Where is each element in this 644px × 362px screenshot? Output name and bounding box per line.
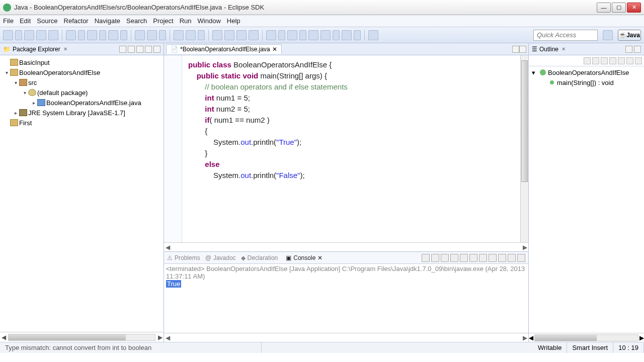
debug-button[interactable] <box>66 30 76 40</box>
open-type-button[interactable] <box>174 30 184 40</box>
hide-nonpublic-button[interactable] <box>609 57 616 64</box>
editor-body[interactable]: public class BooleanOperatorsAndIfElse {… <box>164 55 528 242</box>
view-menu-button[interactable] <box>635 57 642 64</box>
display-console-button[interactable] <box>489 254 497 262</box>
remove-launch-button[interactable] <box>431 254 439 262</box>
scroll-right-icon[interactable]: ▶ <box>521 334 528 341</box>
close-editor-icon[interactable]: ✕ <box>272 46 277 53</box>
tree-twist-icon[interactable]: ▾ <box>3 70 10 75</box>
new-dropdown-icon[interactable] <box>15 30 22 40</box>
scroll-left-icon[interactable]: ◀ <box>164 334 171 341</box>
prev-annotation-dropdown-icon[interactable] <box>299 30 306 40</box>
menu-help[interactable]: Help <box>227 17 240 25</box>
view-menu-button[interactable] <box>136 46 143 53</box>
run-button[interactable] <box>87 30 97 40</box>
scroll-thumb[interactable] <box>9 334 126 340</box>
outline-item[interactable]: main(String[]) : void <box>531 77 642 87</box>
package-explorer-tab[interactable]: 📁 Package Explorer ✕ <box>0 43 164 55</box>
close-button[interactable]: ✕ <box>627 3 641 13</box>
tree-twist-icon[interactable]: ▸ <box>12 110 19 116</box>
tab-javadoc[interactable]: @Javadoc <box>205 254 236 261</box>
menu-run[interactable]: Run <box>180 17 192 25</box>
tree-twist-icon[interactable]: ▾ <box>21 90 28 96</box>
menu-edit[interactable]: Edit <box>20 17 31 25</box>
debug-dropdown-icon[interactable] <box>78 30 85 40</box>
hide-static-button[interactable] <box>601 57 608 64</box>
scroll-left-icon[interactable]: ◀ <box>0 334 7 341</box>
menu-window[interactable]: Window <box>198 17 221 25</box>
word-wrap-button[interactable] <box>469 254 477 262</box>
tree-twist-icon[interactable]: ▾ <box>532 69 538 76</box>
terminate-button[interactable] <box>422 254 430 262</box>
maximize-console-button[interactable] <box>517 254 525 262</box>
sort-button[interactable] <box>584 57 591 64</box>
run-dropdown-icon[interactable] <box>99 30 106 40</box>
menu-navigate[interactable]: Navigate <box>95 17 120 25</box>
tab-declaration[interactable]: ◆Declaration <box>241 254 278 261</box>
minimize-view-button[interactable] <box>145 46 152 53</box>
maximize-view-button[interactable] <box>153 46 160 53</box>
tree-item[interactable]: ▸BooleanOperatorsAndIfElse.java <box>1 98 163 108</box>
tree-item[interactable]: ▾(default package) <box>1 87 163 98</box>
vscroll-thumb[interactable] <box>521 60 528 182</box>
scroll-right-icon[interactable]: ▶ <box>156 334 164 341</box>
outline-hscroll[interactable]: ◀ ▶ <box>529 333 644 342</box>
link-editor-button[interactable] <box>128 46 135 53</box>
menu-search[interactable]: Search <box>126 17 147 25</box>
scroll-right-icon[interactable]: ▶ <box>521 244 528 251</box>
editor-tab[interactable]: 📄 *BooleanOperatorsAndIfElse.java ✕ <box>166 44 282 54</box>
console-hscroll[interactable]: ◀▶ <box>164 333 528 342</box>
toggle-block-button[interactable] <box>224 30 234 40</box>
pin-console-button[interactable] <box>479 254 487 262</box>
maximize-editor-button[interactable] <box>519 46 526 53</box>
scroll-right-icon[interactable]: ▶ <box>639 334 644 341</box>
new-button[interactable] <box>3 30 13 40</box>
tree-item[interactable]: First <box>1 118 163 128</box>
menu-refactor[interactable]: Refactor <box>64 17 89 25</box>
menu-source[interactable]: Source <box>37 17 57 25</box>
show-whitespace-button[interactable] <box>236 30 247 40</box>
scroll-track[interactable] <box>8 334 155 341</box>
tree-item[interactable]: ▾BooleanOperatorsAndIfElse <box>1 67 163 77</box>
next-annotation-button[interactable] <box>266 30 276 40</box>
minimize-button[interactable]: — <box>597 3 611 13</box>
focus-button[interactable] <box>626 57 633 64</box>
forward-dropdown-icon[interactable] <box>354 30 361 40</box>
pin-editor-button[interactable] <box>368 30 378 40</box>
minimize-console-button[interactable] <box>508 254 516 262</box>
editor-hscroll[interactable]: ◀ ▶ <box>164 242 528 251</box>
minimize-outline-button[interactable] <box>625 46 632 53</box>
menu-file[interactable]: File <box>3 17 14 25</box>
minimize-editor-button[interactable] <box>512 46 519 53</box>
tab-console[interactable]: ▣Console ✕ <box>283 253 326 262</box>
forward-button[interactable] <box>342 30 352 40</box>
scroll-track[interactable] <box>534 334 638 341</box>
remove-all-button[interactable] <box>441 254 449 262</box>
prev-annotation-button[interactable] <box>287 30 297 40</box>
save-button[interactable] <box>24 30 34 40</box>
hide-local-button[interactable] <box>618 57 625 64</box>
toggle-mark-button[interactable] <box>212 30 222 40</box>
search-button[interactable] <box>186 30 196 40</box>
open-perspective-button[interactable] <box>603 30 613 40</box>
open-console-button[interactable] <box>498 254 506 262</box>
new-class-dropdown-icon[interactable] <box>159 30 166 40</box>
toggle-breadcrumb-button[interactable] <box>249 30 259 40</box>
scroll-lock-button[interactable] <box>460 254 468 262</box>
package-explorer-tree[interactable]: BasicInput▾BooleanOperatorsAndIfElse▾src… <box>0 55 164 332</box>
maximize-button[interactable]: ▢ <box>612 3 626 13</box>
scroll-thumb[interactable] <box>535 335 597 341</box>
save-all-button[interactable] <box>36 30 46 40</box>
close-view-icon[interactable]: ✕ <box>63 46 67 52</box>
tree-item[interactable]: BasicInput <box>1 57 163 67</box>
new-class-button[interactable] <box>147 30 157 40</box>
external-tools-button[interactable] <box>108 30 118 40</box>
scroll-left-icon[interactable]: ◀ <box>164 244 171 251</box>
code-area[interactable]: public class BooleanOperatorsAndIfElse {… <box>182 55 520 242</box>
outline-tree[interactable]: ▾BooleanOperatorsAndIfElsemain(String[])… <box>529 66 644 333</box>
maximize-outline-button[interactable] <box>634 46 641 53</box>
close-console-icon[interactable]: ✕ <box>317 254 323 261</box>
tree-twist-icon[interactable]: ▸ <box>30 100 37 106</box>
new-package-button[interactable] <box>135 30 145 40</box>
tree-twist-icon[interactable]: ▾ <box>12 80 19 85</box>
